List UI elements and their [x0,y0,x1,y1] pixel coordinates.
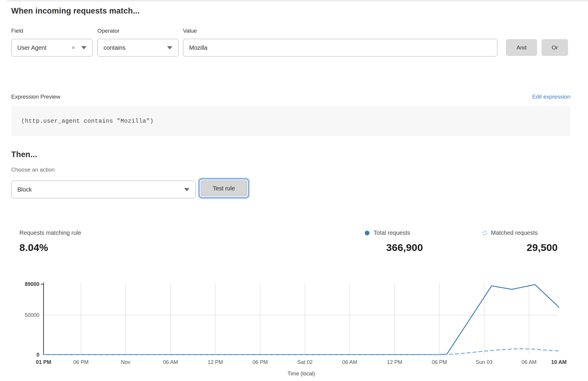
choose-action-label: Choose an action [11,167,55,173]
svg-text:06 PM: 06 PM [73,359,89,365]
svg-text:06 AM: 06 AM [342,359,357,365]
expression-preview-label: Expression Preview [11,94,60,100]
chart-svg: 8900050000001 PM06 PMNov06 AM12 PM06 PMS… [0,276,588,381]
requests-matching-value: 8.04% [19,242,48,253]
test-rule-button[interactable]: Test rule [201,180,247,196]
section-title-when: When incoming requests match... [11,6,140,16]
legend-matched-requests: Matched requests [482,229,538,236]
svg-text:10 AM: 10 AM [551,359,567,365]
matched-requests-label: Matched requests [491,229,538,236]
and-button[interactable]: And [506,39,537,56]
svg-text:0: 0 [36,352,39,358]
firewall-rule-builder: When incoming requests match... Field Op… [0,0,588,381]
clear-field-icon[interactable]: ✕ [71,45,75,51]
svg-text:06 AM: 06 AM [522,359,537,365]
svg-text:Nov: Nov [121,359,130,365]
chevron-down-icon [167,46,172,49]
field-label: Field [11,28,23,34]
operator-select-value: contains [104,44,126,51]
value-input[interactable] [183,39,497,56]
section-title-then: Then... [11,150,37,159]
operator-label: Operator [97,28,119,34]
svg-text:50000: 50000 [25,312,39,318]
chevron-down-icon [184,188,189,191]
operator-select[interactable]: contains [97,39,179,56]
action-select-value: Block [17,186,32,193]
value-label: Value [183,28,197,34]
top-divider [7,0,588,1]
requests-matching-label: Requests matching rule [19,229,81,236]
svg-text:Sat 02: Sat 02 [297,359,313,365]
or-button[interactable]: Or [542,39,568,56]
svg-text:06 AM: 06 AM [163,359,178,365]
chevron-down-icon [81,46,86,49]
matched-requests-value: 29,500 [482,242,558,253]
expression-code: (http.user_agent contains "Mozilla") [11,118,154,124]
total-requests-dot-icon [365,231,369,235]
action-select[interactable]: Block [11,181,196,198]
svg-text:12 PM: 12 PM [387,359,402,365]
total-requests-value: 366,900 [365,242,423,253]
svg-text:01 PM: 01 PM [36,359,51,365]
total-requests-label: Total requests [374,229,410,236]
svg-text:Sun 03: Sun 03 [476,359,493,365]
svg-text:89000: 89000 [25,281,39,287]
legend-total-requests: Total requests [365,229,410,236]
svg-text:Time (local): Time (local) [287,371,315,377]
expression-code-block: (http.user_agent contains "Mozilla") [11,106,570,136]
field-select[interactable]: User Agent ✕ [11,39,93,56]
svg-text:06 PM: 06 PM [432,359,447,365]
field-select-value: User Agent [17,44,46,51]
edit-expression-link[interactable]: Edit expression [532,94,570,100]
svg-text:06 PM: 06 PM [252,359,268,365]
matched-requests-dashed-circle-icon [482,231,487,235]
svg-text:12 PM: 12 PM [208,359,223,365]
